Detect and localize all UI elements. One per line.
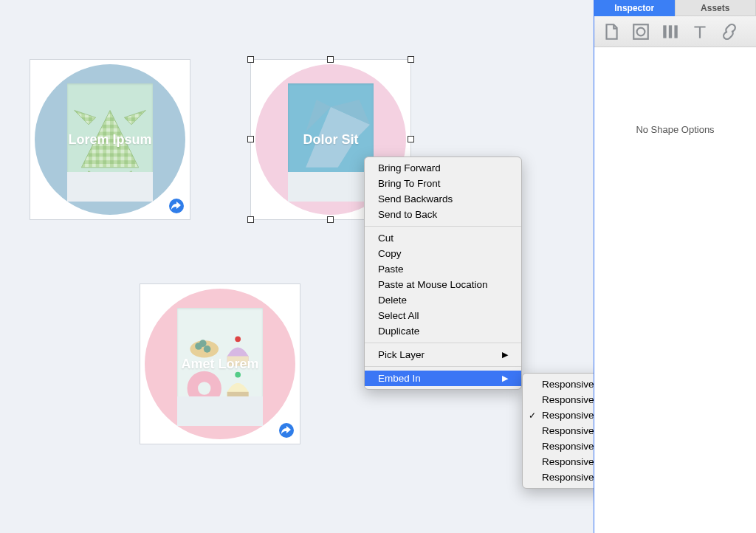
svg-point-17 [235, 372, 241, 378]
sidebar-tabs: Inspector Assets [594, 0, 756, 16]
selection-handle-n[interactable] [327, 56, 334, 63]
tab-assets[interactable]: Assets [676, 0, 757, 16]
canvas-card[interactable]: Lorem Ipsum [30, 59, 190, 220]
lens-icon[interactable] [631, 22, 650, 41]
share-icon[interactable] [169, 199, 184, 213]
page-icon[interactable] [602, 22, 621, 41]
selection-handle-ne[interactable] [408, 56, 414, 63]
link-icon[interactable] [720, 22, 739, 41]
inspector-sidebar: Inspector Assets No Shape Options [594, 0, 756, 533]
card-paper-lower [67, 172, 153, 202]
svg-marker-5 [75, 111, 96, 125]
tab-inspector[interactable]: Inspector [594, 0, 676, 16]
selection-handle-s[interactable] [327, 216, 334, 223]
card-paper-lower [177, 396, 263, 426]
menu-pick-layer[interactable]: Pick Layer ▶ [365, 347, 521, 362]
menu-paste-at-mouse[interactable]: Paste at Mouse Location [365, 277, 521, 292]
svg-point-21 [199, 340, 207, 347]
svg-point-15 [235, 336, 241, 342]
chevron-right-icon: ▶ [502, 350, 508, 360]
menu-bring-to-front[interactable]: Bring To Front [365, 176, 521, 191]
canvas-card[interactable]: Amet Lorem [140, 283, 300, 444]
svg-point-23 [637, 27, 645, 35]
share-icon[interactable] [279, 423, 294, 438]
svg-rect-25 [669, 25, 672, 38]
selection-handle-nw[interactable] [247, 56, 254, 63]
svg-marker-6 [124, 111, 145, 125]
menu-paste[interactable]: Paste [365, 261, 521, 277]
menu-separator [365, 343, 521, 343]
menu-embed-in[interactable]: Embed In ▶ [365, 371, 521, 386]
inspector-toolbar [594, 16, 756, 47]
menu-send-backwards[interactable]: Send Backwards [365, 191, 521, 207]
card-caption: Dolor Sit [251, 132, 410, 148]
context-menu: Bring Forward Bring To Front Send Backwa… [364, 157, 522, 390]
svg-rect-24 [663, 25, 666, 38]
checkmark-icon: ✓ [529, 410, 536, 421]
svg-rect-26 [674, 25, 677, 38]
menu-separator [365, 226, 521, 227]
svg-rect-22 [633, 24, 648, 39]
card-caption: Amet Lorem [140, 357, 300, 372]
menu-separator [365, 366, 521, 367]
svg-point-20 [204, 345, 211, 353]
menu-copy[interactable]: Copy [365, 246, 521, 261]
card-paper-lower [288, 172, 374, 202]
menu-delete[interactable]: Delete [365, 292, 521, 308]
card-caption: Lorem Ipsum [30, 132, 190, 148]
selection-handle-w[interactable] [247, 136, 254, 142]
no-shape-options-label: No Shape Options [636, 124, 714, 135]
chevron-right-icon: ▶ [502, 374, 508, 383]
menu-duplicate[interactable]: Duplicate [365, 323, 521, 339]
selection-handle-e[interactable] [408, 136, 414, 142]
menu-cut[interactable]: Cut [365, 230, 521, 246]
selection-handle-sw[interactable] [247, 216, 254, 223]
menu-send-to-back[interactable]: Send to Back [365, 207, 521, 222]
columns-icon[interactable] [661, 22, 680, 41]
menu-bring-forward[interactable]: Bring Forward [365, 160, 521, 176]
svg-point-13 [198, 382, 210, 394]
menu-select-all[interactable]: Select All [365, 308, 521, 323]
sidebar-body: No Shape Options [594, 47, 756, 533]
text-icon[interactable] [690, 22, 709, 41]
